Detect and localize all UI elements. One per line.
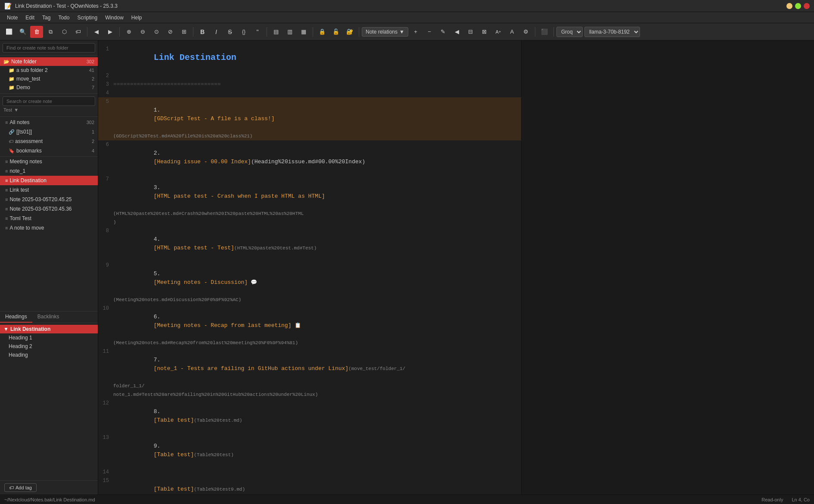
link-11[interactable]: [note_1 - Tests are failing in GitHub ac…	[154, 365, 348, 372]
line-num-10b	[98, 339, 113, 347]
folder-item-note-folder[interactable]: 📂 Note folder 302	[0, 57, 98, 66]
add-tag-btn[interactable]: 🏷 Add tag	[4, 483, 37, 492]
link-5[interactable]: [GDScript Test - A file is a class!]	[154, 115, 275, 122]
note-search-input[interactable]	[3, 96, 95, 106]
lock2-btn[interactable]: 🔓	[329, 26, 342, 38]
todo-btn[interactable]: ⊙	[150, 26, 163, 38]
nav-back2-btn[interactable]: ◀	[450, 26, 463, 38]
close-btn[interactable]	[804, 3, 810, 9]
lock3-btn[interactable]: 🔐	[343, 26, 356, 38]
note-item-note-2025-1[interactable]: ≡ Note 2025-03-05T20.45.25	[0, 195, 98, 204]
editor-line-6: 6 2. [Heading issue - 00.00 Index](Headi…	[98, 140, 521, 175]
list-num-7: 3.	[154, 184, 164, 191]
remove-relation-btn[interactable]: −	[423, 26, 436, 38]
tab-backlinks[interactable]: Backlinks	[32, 311, 65, 323]
note-item-note-2025-2[interactable]: ≡ Note 2025-03-05T20.45.36	[0, 204, 98, 214]
code-btn[interactable]: {}	[237, 26, 250, 38]
search-btn[interactable]: 🔍	[16, 26, 29, 38]
link-6[interactable]: [Heading issue - 00.00 Index]	[154, 159, 251, 165]
view1-btn[interactable]: ▤	[270, 26, 283, 38]
pencil-btn[interactable]: ✎	[437, 26, 450, 38]
menu-item-help[interactable]: Help	[128, 14, 146, 22]
menu-item-scripting[interactable]: Scripting	[74, 14, 101, 22]
link-10[interactable]: [Meeting notes - Recap from last meeting…	[154, 322, 292, 329]
nav-back-btn[interactable]: ◀	[90, 26, 103, 38]
folder-search-input[interactable]	[3, 43, 95, 53]
note-item-toml[interactable]: ≡ Toml Test	[0, 214, 98, 223]
note-relations-btn[interactable]: Note relations ▼	[362, 27, 408, 37]
minimize-btn[interactable]	[786, 3, 792, 9]
export-btn[interactable]: ⬛	[538, 26, 551, 38]
link-btn[interactable]: ⊞	[177, 26, 190, 38]
editor-content[interactable]: 1 Link Destination 2 3 =================…	[98, 40, 521, 495]
note-item-link-test[interactable]: ≡ Link test	[0, 185, 98, 195]
view2-btn[interactable]: ▥	[283, 26, 296, 38]
ai-provider-select[interactable]: Groq	[556, 27, 583, 37]
link-7[interactable]: [HTML paste test - Crash when I paste HT…	[154, 193, 325, 199]
emoji-9: 💬	[248, 280, 257, 286]
tag-btn[interactable]: 🏷	[71, 26, 84, 38]
line-num-9: 9	[98, 261, 113, 296]
menu-item-tag[interactable]: Tag	[39, 14, 54, 22]
note-label-meeting: Meeting notes	[9, 159, 42, 165]
editor-line-7: 7 3. [HTML paste test - Crash when I pas…	[98, 175, 521, 209]
ai-model-select[interactable]: llama-3-70b-8192	[584, 27, 640, 37]
quote-btn[interactable]: "	[251, 26, 264, 38]
line-content-6: 2. [Heading issue - 00.00 Index](Heading…	[113, 140, 521, 175]
delete-btn[interactable]: 🗑	[30, 26, 43, 38]
note-assessment[interactable]: 🏷 assessment 2	[0, 137, 98, 146]
view3-btn[interactable]: ▦	[297, 26, 310, 38]
folder-name-demo: Demo	[16, 84, 30, 90]
menu-item-window[interactable]: Window	[102, 14, 127, 22]
note-all-notes[interactable]: ≡ All notes 302	[0, 118, 98, 127]
link-15[interactable]: [Table test]	[154, 486, 194, 492]
italic-btn[interactable]: I	[210, 26, 223, 38]
heading-link-dest[interactable]: ▼ Link Destination	[0, 325, 98, 333]
note-item-link-dest[interactable]: ≡ Link Destination	[0, 176, 98, 185]
zoom-in-btn[interactable]: ⊕	[122, 26, 135, 38]
link-13[interactable]: [Table test]	[154, 451, 194, 458]
new-note-btn[interactable]: ⬜	[3, 26, 16, 38]
note-item-move[interactable]: ≡ A note to move	[0, 223, 98, 233]
zoom-out-btn[interactable]: ⊖	[136, 26, 149, 38]
note-bookmarks[interactable]: 🔖 bookmarks 4	[0, 146, 98, 156]
editor-line-15: 15 [Table test](Table%20test9.md)	[98, 476, 521, 495]
settings-btn[interactable]: ⚙	[519, 26, 532, 38]
folder-name: Note folder	[11, 59, 37, 65]
heading-plain[interactable]: Heading	[0, 351, 98, 359]
note-item-note1[interactable]: ≡ note_1	[0, 166, 98, 176]
menu-item-todo[interactable]: Todo	[55, 14, 73, 22]
menu-item-edit[interactable]: Edit	[22, 14, 38, 22]
link-8[interactable]: [HTML paste test - Test]	[154, 245, 234, 251]
nav-forward-btn[interactable]: ▶	[104, 26, 117, 38]
folder-item-move-test[interactable]: 📁 move_test 2	[0, 75, 98, 83]
link-9[interactable]: [Meeting notes - Discussion]	[154, 279, 248, 286]
font-up-btn[interactable]: A+	[492, 26, 505, 38]
fit-btn[interactable]: ⊠	[478, 26, 491, 38]
line-content-11c: note_1.md#Tests%20are%20failing%20in%20G…	[113, 390, 521, 399]
tab-headings[interactable]: Headings	[0, 311, 32, 323]
heading-2[interactable]: Heading 2	[0, 342, 98, 351]
note-item-meeting[interactable]: ≡ Meeting notes	[0, 157, 98, 166]
bold-btn[interactable]: B	[196, 26, 209, 38]
folder-item-sub2[interactable]: 📁 a sub folder 2 41	[0, 66, 98, 75]
note-ts01[interactable]: 🔗 [[ts01]] 1	[0, 127, 98, 137]
menu-item-note[interactable]: Note	[3, 14, 21, 22]
copy-btn[interactable]: ⧉	[44, 26, 57, 38]
strikethrough-btn[interactable]: S	[224, 26, 236, 38]
maximize-btn[interactable]	[795, 3, 801, 9]
heading-1[interactable]: Heading 1	[0, 333, 98, 342]
add-relation-btn[interactable]: +	[409, 26, 422, 38]
font-btn[interactable]: A	[506, 26, 519, 38]
lock1-btn[interactable]: 🔒	[316, 26, 329, 38]
folder-item-demo[interactable]: 📁 Demo 7	[0, 83, 98, 92]
graph-area[interactable]: p11testnys-war-hicTest_1Link test-with o…	[521, 40, 814, 495]
strike-btn[interactable]: ⊘	[164, 26, 177, 38]
reset-btn[interactable]: ⊟	[464, 26, 477, 38]
line-content-4	[113, 89, 521, 97]
link-12[interactable]: [Table test]	[154, 417, 194, 423]
line-num-7b	[98, 209, 113, 218]
line-num-12: 12	[98, 399, 113, 433]
move-btn[interactable]: ⬡	[58, 26, 71, 38]
line-content-10: 6. [Meeting notes - Recap from last meet…	[113, 304, 521, 339]
